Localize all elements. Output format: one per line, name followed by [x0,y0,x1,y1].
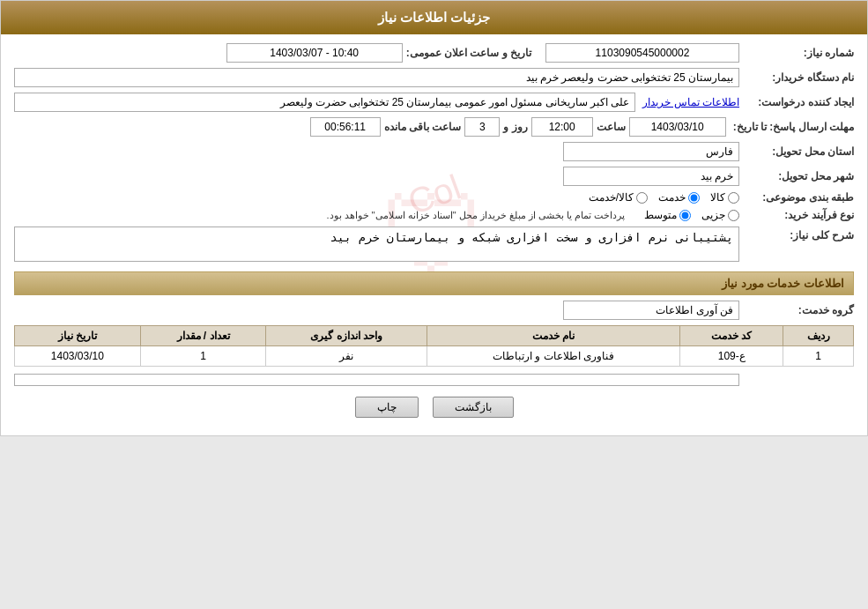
buyer-org-row: نام دستگاه خریدار: بیمارستان 25 تختخوابی… [14,68,854,87]
col-rownum: ردیف [783,326,854,346]
purchase-type-row: نوع فرآیند خرید: جزیی متوسط پرداخت تمام … [14,209,854,221]
creator-row: ایجاد کننده درخواست: اطلاعات تماس خریدار… [14,93,854,112]
cell-qty: 1 [140,346,266,367]
buyer-notes-container [14,374,854,386]
purchase-type-radio-group: جزیی متوسط پرداخت تمام یا بخشی از مبلغ خ… [14,209,739,221]
category-khedmat-radio[interactable] [688,192,700,204]
date-value: 1403/03/07 - 10:40 [226,43,403,63]
reply-remaining-label: ساعت باقی مانده [384,121,462,133]
print-button[interactable]: چاپ [355,397,419,418]
creator-link[interactable]: اطلاعات تماس خریدار [642,96,739,108]
creator-value: علی اکبر ساریخانی مسئول امور عمومی بیمار… [14,93,635,112]
need-description-label: شرح کلی نیاز: [739,227,854,241]
need-description-textarea [14,227,739,262]
reply-date: 1403/03/10 [629,117,726,137]
category-radio-group: کالا خدمت کالا/خدمت [589,191,739,204]
cell-unit: نفر [266,346,427,367]
buyer-org-value: بیمارستان 25 تختخوابی حضرت ولیعصر خرم بی… [14,68,739,87]
need-number-value: 1103090545000002 [545,43,739,63]
table-row: 1 ع-109 فناوری اطلاعات و ارتباطات نفر 1 … [15,346,854,367]
back-button[interactable]: بازگشت [433,397,514,418]
category-kala-radio[interactable] [728,192,739,204]
province-label: استان محل تحویل: [739,145,854,158]
reply-time: 12:00 [531,117,593,137]
city-row: شهر محل تحویل: خرم بید [14,167,854,186]
services-table: ردیف کد خدمت نام خدمت واحد اندازه گیری ت… [14,325,854,367]
buyer-notes-wrapper [14,374,739,386]
buyer-org-label: نام دستگاه خریدار: [739,71,854,84]
category-khedmat-label: خدمت [658,191,686,204]
category-kala-label: کالا [710,191,725,204]
need-description-container: شرح کلی نیاز: [14,227,854,264]
category-both-label: کالا/خدمت [589,191,634,204]
page-title: جزئیات اطلاعات نیاز [378,10,490,25]
service-group-label: گروه خدمت: [739,304,854,316]
col-date: تاریخ نیاز [15,326,141,346]
category-label: طبقه بندی موضوعی: [739,191,854,204]
creator-label: ایجاد کننده درخواست: [739,96,854,108]
table-header: ردیف کد خدمت نام خدمت واحد اندازه گیری ت… [15,326,854,346]
col-code: کد خدمت [680,326,783,346]
need-description-wrapper [14,227,739,264]
purchase-type-label: نوع فرآیند خرید: [739,209,854,221]
category-kala-item: کالا [710,191,739,204]
table-body: 1 ع-109 فناوری اطلاعات و ارتباطات نفر 1 … [15,346,854,367]
date-label: تاریخ و ساعت اعلان عمومی: [406,47,531,59]
cell-rownum: 1 [783,346,854,367]
cell-code: ع-109 [680,346,783,367]
service-group-value: فن آوری اطلاعات [563,301,739,320]
purchase-jozi-item: جزیی [701,209,739,221]
province-value: فارس [563,142,739,161]
city-label: شهر محل تحویل: [739,170,854,182]
purchase-motavasset-item: متوسط [644,209,691,221]
page-header: جزئیات اطلاعات نیاز [1,1,867,34]
category-both-radio[interactable] [636,192,648,204]
reply-deadline-row: مهلت ارسال پاسخ: تا تاریخ: 1403/03/10 سا… [14,117,854,137]
purchase-note: پرداخت تمام یا بخشی از مبلغ خریداز محل "… [326,210,625,221]
col-name: نام خدمت [427,326,680,346]
category-both-item: کالا/خدمت [589,191,648,204]
buyer-notes-text [14,374,739,386]
reply-time-label: ساعت [597,121,626,133]
cell-service-name: فناوری اطلاعات و ارتباطات [427,346,680,367]
purchase-jozi-label: جزیی [701,209,725,221]
purchase-motavasset-radio[interactable] [679,210,691,221]
page-wrapper: جزئیات اطلاعات نیاز 🛡 Col شماره نیاز: 11… [0,0,868,436]
reply-remaining: 00:56:11 [310,117,381,137]
need-number-label: شماره نیاز: [739,47,854,59]
city-value: خرم بید [563,167,739,186]
col-qty: تعداد / مقدار [140,326,266,346]
province-row: استان محل تحویل: فارس [14,142,854,161]
reply-days-label: روز و [503,121,527,133]
button-row: بازگشت چاپ [14,397,854,418]
purchase-motavasset-label: متوسط [644,209,677,221]
reply-deadline-label: مهلت ارسال پاسخ: تا تاریخ: [726,121,854,133]
reply-days: 3 [464,117,500,137]
category-row: طبقه بندی موضوعی: کالا خدمت کالا/خدمت [14,191,854,204]
col-unit: واحد اندازه گیری [266,326,427,346]
category-khedmat-item: خدمت [658,191,700,204]
services-section-header: اطلاعات خدمات مورد نیاز [14,271,854,295]
buyer-notes-label [739,374,854,376]
need-number-row: شماره نیاز: 1103090545000002 تاریخ و ساع… [14,43,854,63]
service-group-row: گروه خدمت: فن آوری اطلاعات [14,301,854,320]
purchase-jozi-radio[interactable] [728,210,739,221]
main-content: 🛡 Col شماره نیاز: 1103090545000002 تاریخ… [1,34,867,435]
cell-date: 1403/03/10 [15,346,141,367]
